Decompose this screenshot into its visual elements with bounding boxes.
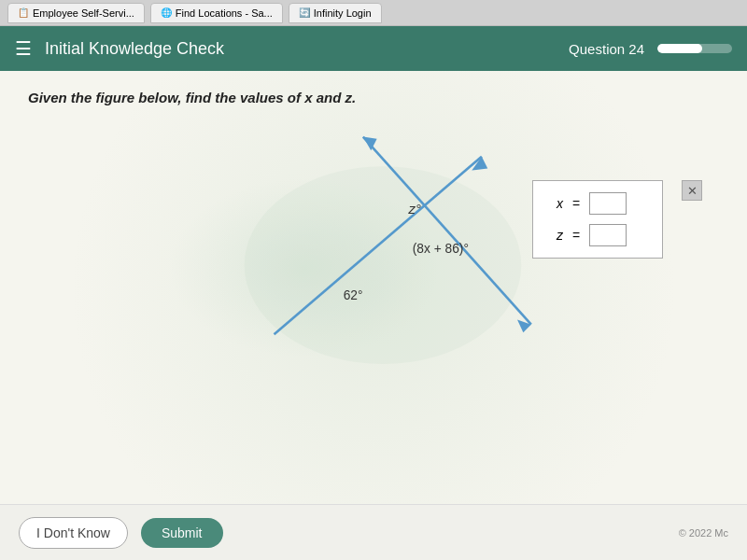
tab-infinity-icon: 🔄 xyxy=(299,7,310,18)
tab-infinity[interactable]: 🔄 Infinity Login xyxy=(289,3,382,23)
x-equals: = xyxy=(572,196,580,211)
question-label: Question 24 xyxy=(569,41,644,57)
figure-area: z° (8x + 86)° 62° x = z = xyxy=(28,124,719,385)
question-text: Given the figure below, find the values … xyxy=(28,90,719,105)
svg-text:(8x + 86)°: (8x + 86)° xyxy=(413,242,469,256)
progress-bar-fill xyxy=(657,44,702,53)
tab-employee-label: Employee Self-Servi... xyxy=(33,7,134,19)
question-text-variables: x and z. xyxy=(304,90,356,105)
svg-text:62°: 62° xyxy=(344,288,363,302)
app-container: ☰ Initial Knowledge Check Question 24 Gi… xyxy=(0,26,747,560)
copyright-text: © 2022 Mc xyxy=(679,527,728,539)
header-title: Initial Knowledge Check xyxy=(45,39,556,59)
tab-locations-icon: 🌐 xyxy=(161,7,172,18)
tab-infinity-label: Infinity Login xyxy=(314,7,372,19)
question-text-prefix: Given the figure below, find the values … xyxy=(28,90,304,105)
close-x-button[interactable]: ✕ xyxy=(682,180,702,201)
dont-know-button[interactable]: I Don't Know xyxy=(19,517,128,549)
bottom-bar: I Don't Know Submit © 2022 Mc xyxy=(0,504,747,560)
z-equals: = xyxy=(572,228,580,243)
answer-row-z: z = xyxy=(548,224,647,246)
close-x-icon: ✕ xyxy=(687,184,698,198)
tab-employee-icon: 📋 xyxy=(18,7,29,18)
x-input[interactable] xyxy=(589,192,627,215)
x-variable-label: x xyxy=(548,196,563,211)
answer-boxes: x = z = xyxy=(532,180,663,259)
submit-button[interactable]: Submit xyxy=(141,518,223,548)
tab-locations[interactable]: 🌐 Find Locations - Sa... xyxy=(150,3,283,23)
svg-point-0 xyxy=(245,166,521,364)
figure-svg: z° (8x + 86)° 62° xyxy=(215,124,551,367)
progress-bar xyxy=(657,44,732,53)
hamburger-icon[interactable]: ☰ xyxy=(15,37,32,60)
tab-employee[interactable]: 📋 Employee Self-Servi... xyxy=(7,3,145,23)
tab-bar: 📋 Employee Self-Servi... 🌐 Find Location… xyxy=(0,0,747,26)
header: ☰ Initial Knowledge Check Question 24 xyxy=(0,26,747,71)
z-variable-label: z xyxy=(548,228,563,243)
question-area: Given the figure below, find the values … xyxy=(0,71,747,504)
svg-text:z°: z° xyxy=(408,202,421,217)
tab-locations-label: Find Locations - Sa... xyxy=(176,7,273,19)
z-input[interactable] xyxy=(589,224,627,246)
answer-row-x: x = xyxy=(548,192,647,215)
